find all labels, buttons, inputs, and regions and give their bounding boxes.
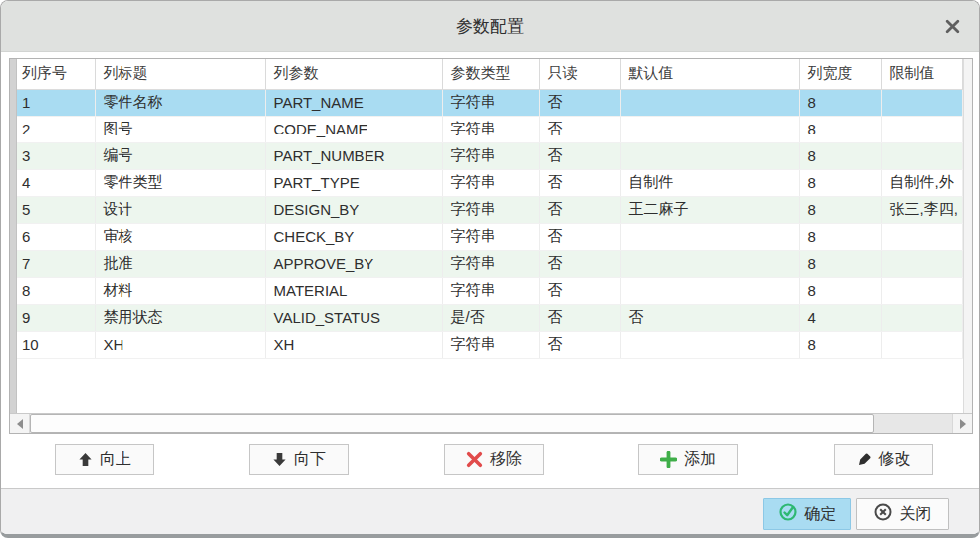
cell-r5-c5: 王二麻子	[620, 196, 799, 223]
horizontal-scrollbar	[10, 413, 972, 433]
cell-r7-c5	[620, 250, 799, 277]
cell-r10-c1: XH	[95, 331, 265, 358]
add-button[interactable]: 添加	[638, 444, 738, 475]
circle-x-icon	[873, 502, 893, 526]
cell-r7-c6: 8	[799, 250, 881, 277]
vertical-scrollbar[interactable]	[963, 59, 972, 413]
scroll-right-arrow-icon[interactable]	[952, 414, 972, 433]
header-row: 列序号列标题列参数参数类型只读默认值列宽度限制值	[17, 59, 963, 89]
cell-r8-c3: 字符串	[442, 277, 539, 304]
cell-r10-c4: 否	[539, 331, 620, 358]
header-cell-5: 默认值	[620, 59, 799, 89]
move-up-button[interactable]: 向上	[55, 444, 154, 475]
cell-r3-c2: PART_NUMBER	[265, 142, 442, 169]
cell-r3-c4: 否	[539, 142, 620, 169]
cell-r3-c1: 编号	[95, 142, 265, 169]
cell-r10-c2: XH	[265, 331, 442, 358]
close-icon[interactable]	[941, 15, 963, 37]
cell-r1-c6: 8	[799, 89, 881, 116]
cell-r1-c0: 1	[17, 89, 95, 116]
cell-r3-c0: 3	[17, 142, 95, 169]
cell-r9-c3: 是/否	[442, 304, 539, 331]
cell-r4-c6: 8	[799, 169, 881, 196]
green-plus-icon	[660, 451, 677, 468]
cell-r1-c1: 零件名称	[95, 89, 265, 116]
cell-r10-c7	[881, 331, 963, 358]
cell-r2-c7	[881, 116, 963, 142]
scrollbar-thumb[interactable]	[30, 414, 874, 433]
add-label: 添加	[684, 449, 716, 470]
cell-r2-c0: 2	[17, 116, 95, 142]
check-circle-icon	[778, 502, 798, 526]
modify-button[interactable]: 修改	[834, 444, 933, 475]
table-row-8[interactable]: 8材料MATERIAL字符串否8	[17, 277, 963, 304]
parameter-config-dialog: 参数配置 列序号列标题列参数参数类型只读默认值列宽度限制值 1零件名称PART	[0, 0, 980, 538]
cell-r6-c3: 字符串	[442, 223, 539, 250]
cell-r1-c7	[881, 89, 963, 116]
table-row-3[interactable]: 3编号PART_NUMBER字符串否8	[17, 142, 963, 169]
table-row-2[interactable]: 2图号CODE_NAME字符串否8	[17, 116, 963, 142]
table-row-6[interactable]: 6审核CHECK_BY字符串否8	[17, 223, 963, 250]
cell-r1-c5	[620, 89, 799, 116]
scrollbar-track[interactable]	[30, 414, 952, 433]
header-cell-6: 列宽度	[799, 59, 881, 89]
table-row-5[interactable]: 5设计DESIGN_BY字符串否王二麻子8张三,李四,	[17, 196, 963, 223]
table-row-10[interactable]: 10XHXH字符串否8	[17, 331, 963, 358]
cell-r5-c1: 设计	[95, 196, 265, 223]
cell-r10-c5	[620, 331, 799, 358]
arrow-up-icon	[78, 452, 93, 467]
cell-r5-c3: 字符串	[442, 196, 539, 223]
cell-r2-c1: 图号	[95, 116, 265, 142]
cell-r9-c5: 否	[620, 304, 799, 331]
cell-r9-c1: 禁用状态	[95, 304, 265, 331]
pencil-icon	[857, 452, 872, 468]
cell-r4-c1: 零件类型	[95, 169, 265, 196]
cell-r8-c0: 8	[17, 277, 95, 304]
cell-r7-c0: 7	[17, 250, 95, 277]
cell-r9-c4: 否	[539, 304, 620, 331]
titlebar: 参数配置	[1, 1, 979, 52]
cell-r2-c5	[620, 116, 799, 142]
modify-label: 修改	[879, 449, 911, 470]
cell-r7-c4: 否	[539, 250, 620, 277]
cell-r6-c5	[620, 223, 799, 250]
cell-r2-c3: 字符串	[442, 116, 539, 142]
red-x-icon	[466, 451, 483, 468]
header-cell-3: 参数类型	[442, 59, 539, 89]
cell-r4-c7: 自制件,外	[881, 169, 963, 196]
cell-r8-c7	[881, 277, 963, 304]
cell-r2-c4: 否	[539, 116, 620, 142]
header-cell-7: 限制值	[881, 59, 963, 89]
cell-r6-c0: 6	[17, 223, 95, 250]
cell-r10-c6: 8	[799, 331, 881, 358]
remove-label: 移除	[490, 449, 522, 470]
cell-r5-c0: 5	[17, 196, 95, 223]
cell-r9-c2: VALID_STATUS	[265, 304, 442, 331]
cell-r6-c2: CHECK_BY	[265, 223, 442, 250]
scroll-left-arrow-icon[interactable]	[10, 414, 30, 433]
cell-r4-c4: 否	[539, 169, 620, 196]
dialog-title: 参数配置	[456, 15, 524, 38]
cell-r2-c2: CODE_NAME	[265, 116, 442, 142]
cell-r6-c1: 审核	[95, 223, 265, 250]
header-cell-0: 列序号	[17, 59, 95, 89]
ok-button[interactable]: 确定	[763, 498, 851, 530]
table-row-9[interactable]: 9禁用状态VALID_STATUS是/否否否4	[17, 304, 963, 331]
move-down-button[interactable]: 向下	[249, 444, 349, 475]
param-table: 列序号列标题列参数参数类型只读默认值列宽度限制值 1零件名称PART_NAME字…	[17, 59, 963, 359]
table-row-1[interactable]: 1零件名称PART_NAME字符串否8	[17, 89, 963, 116]
table-row-4[interactable]: 4零件类型PART_TYPE字符串否自制件8自制件,外	[17, 169, 963, 196]
remove-button[interactable]: 移除	[444, 444, 544, 475]
cell-r10-c0: 10	[17, 331, 95, 358]
cell-r10-c3: 字符串	[442, 331, 539, 358]
cell-r8-c1: 材料	[95, 277, 265, 304]
cell-r5-c6: 8	[799, 196, 881, 223]
table-row-7[interactable]: 7批准APPROVE_BY字符串否8	[17, 250, 963, 277]
close-button[interactable]: 关闭	[856, 498, 949, 530]
cell-r1-c2: PART_NAME	[265, 89, 442, 116]
cell-r5-c7: 张三,李四,	[881, 196, 963, 223]
cell-r8-c2: MATERIAL	[265, 277, 442, 304]
cell-r8-c4: 否	[539, 277, 620, 304]
cell-r4-c0: 4	[17, 169, 95, 196]
arrow-down-icon	[272, 452, 287, 467]
